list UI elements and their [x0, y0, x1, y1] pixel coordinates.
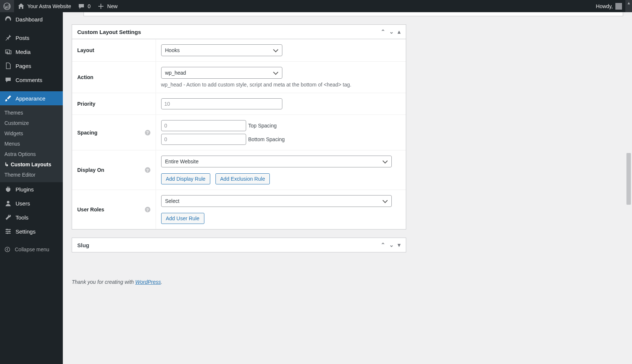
move-down-icon[interactable]: ⌄	[389, 28, 394, 35]
user-icon	[4, 200, 12, 207]
user-roles-select[interactable]: Select	[161, 195, 392, 207]
appearance-submenu: Themes Customize Widgets Menus Astra Opt…	[0, 105, 63, 182]
help-icon[interactable]: ?	[145, 207, 150, 212]
menu-comments[interactable]: Comments	[0, 73, 63, 87]
label-layout: Layout	[72, 39, 156, 62]
slug-title: Slug	[77, 242, 89, 248]
brush-icon	[4, 95, 12, 102]
pages-icon	[4, 62, 12, 69]
collapse-icon	[4, 246, 10, 252]
label-display-on: Display On ?	[72, 150, 156, 190]
metabox-controls: ⌃ ⌄ ▴	[381, 28, 401, 35]
site-title: Your Astra Website	[27, 3, 71, 9]
svg-point-2	[6, 229, 8, 230]
label-user-roles: User Roles ?	[72, 190, 156, 229]
row-user-roles: User Roles ? Select Add User Rule	[72, 190, 406, 229]
slug-controls: ⌃ ⌄ ▾	[381, 242, 401, 248]
move-up-icon[interactable]: ⌃	[381, 242, 385, 248]
pin-icon	[4, 34, 12, 41]
collapse-menu[interactable]: Collapse menu	[0, 243, 63, 256]
menu-posts[interactable]: Posts	[0, 31, 63, 45]
plus-icon	[97, 3, 105, 10]
row-layout: Layout Hooks	[72, 39, 406, 62]
display-on-select[interactable]: Entire Website	[161, 156, 392, 167]
dashboard-icon	[4, 16, 12, 23]
help-icon[interactable]: ?	[145, 130, 150, 135]
svg-point-1	[7, 201, 10, 204]
layouts-icon: ↳	[4, 161, 9, 167]
svg-point-4	[7, 232, 8, 234]
previous-metabox-bottom	[84, 12, 623, 16]
wordpress-link[interactable]: WordPress	[135, 279, 161, 285]
submenu-astra-options[interactable]: Astra Options	[0, 149, 63, 159]
menu-settings[interactable]: Settings	[0, 224, 63, 238]
metabox-title: Custom Layout Settings	[77, 29, 141, 35]
add-display-rule-button[interactable]: Add Display Rule	[161, 173, 210, 184]
metabox-body: Layout Hooks Action wp_head wp_head - Ac…	[72, 39, 406, 229]
action-select[interactable]: wp_head	[161, 67, 282, 79]
content-area: Custom Layout Settings ⌃ ⌄ ▴ Layout Hook…	[63, 12, 632, 292]
wrench-icon	[4, 214, 12, 221]
new-content-link[interactable]: New	[94, 0, 121, 12]
move-down-icon[interactable]: ⌄	[389, 242, 394, 248]
howdy-text: Howdy,	[596, 3, 613, 9]
menu-appearance[interactable]: Appearance	[0, 91, 63, 105]
menu-users[interactable]: Users	[0, 196, 63, 210]
bottom-spacing-label: Bottom Spacing	[248, 136, 285, 142]
media-icon	[4, 48, 12, 55]
submenu-theme-editor[interactable]: Theme Editor	[0, 170, 63, 180]
row-action: Action wp_head wp_head - Action to add c…	[72, 62, 406, 93]
submenu-menus[interactable]: Menus	[0, 139, 63, 149]
admin-menu: Dashboard Posts Media Pages Comments App…	[0, 12, 63, 292]
move-up-icon[interactable]: ⌃	[381, 28, 385, 35]
menu-media[interactable]: Media	[0, 45, 63, 59]
scrollbar-thumb[interactable]	[626, 153, 631, 205]
top-spacing-label: Top Spacing	[248, 123, 277, 129]
scrollbar[interactable]	[625, 12, 632, 292]
menu-dashboard[interactable]: Dashboard	[0, 12, 63, 26]
scroll-top-indicator[interactable]: ▴	[625, 0, 632, 12]
row-spacing: Spacing ? Top Spacing Bottom Spacing	[72, 115, 406, 150]
avatar	[615, 3, 622, 10]
svg-point-5	[5, 247, 10, 252]
home-icon	[17, 3, 25, 10]
toggle-panel-icon[interactable]: ▾	[398, 242, 401, 248]
comment-count: 0	[88, 3, 91, 9]
row-display-on: Display On ? Entire Website Add Display …	[72, 150, 406, 190]
menu-plugins[interactable]: Plugins	[0, 182, 63, 196]
comments-icon	[4, 76, 12, 84]
wp-logo-menu[interactable]	[0, 0, 14, 12]
help-icon[interactable]: ?	[145, 167, 150, 173]
priority-input[interactable]	[161, 98, 282, 109]
add-user-rule-button[interactable]: Add User Rule	[161, 213, 204, 224]
submenu-custom-layouts[interactable]: ↳Custom Layouts	[0, 159, 63, 170]
footer-thankyou: Thank you for creating with WordPress.	[72, 279, 623, 285]
slug-box[interactable]: Slug ⌃ ⌄ ▾	[72, 238, 406, 252]
label-priority: Priority	[72, 93, 156, 115]
account-link[interactable]: Howdy,	[592, 0, 625, 12]
menu-pages[interactable]: Pages	[0, 59, 63, 73]
row-priority: Priority	[72, 93, 406, 115]
submenu-customize[interactable]: Customize	[0, 118, 63, 128]
comments-link[interactable]: 0	[74, 0, 94, 12]
metabox-header[interactable]: Custom Layout Settings ⌃ ⌄ ▴	[72, 25, 406, 39]
menu-tools[interactable]: Tools	[0, 210, 63, 224]
layout-select[interactable]: Hooks	[161, 44, 282, 56]
submenu-widgets[interactable]: Widgets	[0, 128, 63, 139]
label-action: Action	[72, 62, 156, 93]
sliders-icon	[4, 228, 12, 235]
custom-layout-settings-box: Custom Layout Settings ⌃ ⌄ ▴ Layout Hook…	[72, 24, 406, 229]
toggle-panel-icon[interactable]: ▴	[398, 28, 401, 35]
svg-point-3	[9, 231, 10, 232]
plugin-icon	[4, 186, 12, 193]
submenu-themes[interactable]: Themes	[0, 108, 63, 118]
label-spacing: Spacing ?	[72, 115, 156, 150]
top-spacing-input[interactable]	[161, 120, 246, 131]
bottom-spacing-input[interactable]	[161, 134, 246, 145]
comment-icon	[78, 3, 85, 10]
new-label: New	[107, 3, 118, 9]
add-exclusion-rule-button[interactable]: Add Exclusion Rule	[215, 173, 270, 184]
admin-bar: Your Astra Website 0 New Howdy, ▴	[0, 0, 632, 12]
site-name-link[interactable]: Your Astra Website	[14, 0, 74, 12]
action-description: wp_head - Action to add custom style, sc…	[161, 82, 401, 88]
